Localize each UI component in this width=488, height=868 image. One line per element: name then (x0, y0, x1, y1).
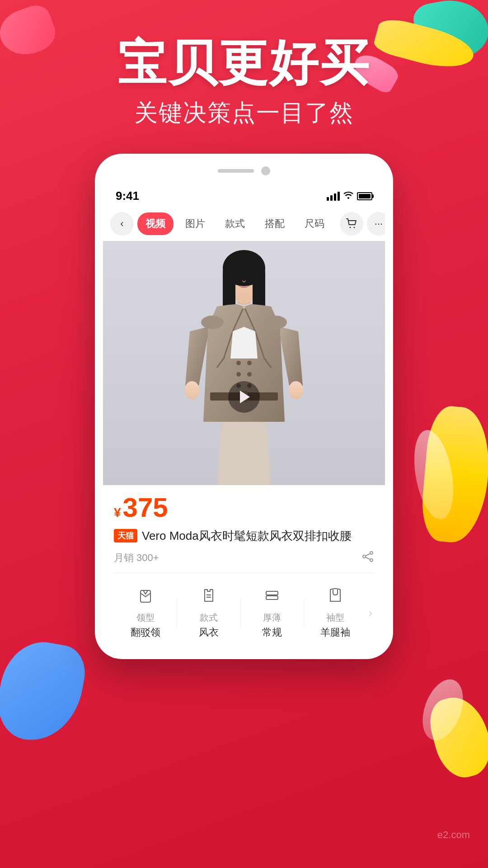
svg-point-24 (370, 552, 373, 554)
phone-screen: 9:41 (103, 182, 385, 651)
product-info: ¥ 375 天猫 Vero Moda风衣时髦短款风衣双排扣收腰 月销 300+ (103, 485, 385, 651)
tab-size[interactable]: 尺码 (296, 212, 333, 235)
style-icon (200, 587, 217, 608)
status-icons (327, 191, 372, 201)
wifi-icon (343, 191, 353, 201)
share-icon[interactable] (361, 550, 374, 566)
battery-icon (357, 192, 372, 200)
style-value: 风衣 (199, 626, 219, 639)
svg-point-11 (236, 361, 241, 365)
signal-bar-1 (327, 197, 329, 201)
notch-camera (261, 166, 270, 175)
sleeve-value: 羊腿袖 (320, 626, 350, 639)
svg-line-28 (366, 557, 370, 560)
attr-collar[interactable]: 领型 翻驳领 (114, 582, 177, 644)
attr-sleeve[interactable]: 袖型 羊腿袖 (304, 582, 367, 644)
signal-bar-3 (334, 193, 336, 201)
sales-text: 月销 300+ (114, 551, 159, 565)
play-button[interactable] (228, 381, 260, 413)
phone-mockup: 9:41 (95, 154, 393, 659)
battery-fill (359, 194, 371, 198)
price-row: ¥ 375 (114, 494, 374, 521)
notch-bar (218, 169, 254, 173)
attrs-arrow[interactable]: › (367, 607, 374, 619)
svg-point-1 (354, 227, 355, 228)
svg-point-15 (247, 372, 252, 377)
thickness-icon (263, 587, 281, 608)
sub-title: 关键决策点一目了然 (0, 97, 488, 129)
sleeve-label: 袖型 (326, 612, 344, 624)
style-label: 款式 (200, 612, 218, 624)
cart-button[interactable] (340, 212, 363, 236)
collar-icon (137, 587, 154, 608)
svg-point-9 (234, 275, 239, 279)
attr-thickness[interactable]: 厚薄 常规 (241, 582, 304, 644)
svg-point-10 (249, 275, 254, 279)
sleeve-icon (327, 587, 344, 608)
svg-point-25 (363, 555, 366, 558)
nav-tabs: ‹ 视频 图片 款式 搭配 尺码 ··· (103, 207, 385, 241)
header-section: 宝贝更好买 关键决策点一目了然 (0, 36, 488, 129)
tab-style[interactable]: 款式 (217, 212, 253, 235)
phone-outer-shell: 9:41 (95, 154, 393, 659)
collar-label: 领型 (136, 612, 155, 624)
svg-point-8 (223, 264, 265, 283)
more-button[interactable]: ··· (367, 212, 385, 236)
watermark: e2.com (437, 829, 470, 841)
svg-point-14 (247, 361, 252, 365)
signal-bar-2 (330, 195, 333, 201)
main-title: 宝贝更好买 (0, 36, 488, 90)
svg-rect-32 (266, 591, 278, 595)
status-bar: 9:41 (103, 182, 385, 207)
svg-point-26 (370, 559, 373, 561)
svg-point-23 (243, 306, 245, 309)
collar-value: 翻驳领 (131, 626, 160, 639)
play-icon (240, 391, 250, 403)
tmall-badge: 天猫 (114, 529, 137, 542)
signal-icon (327, 192, 340, 201)
tab-video[interactable]: 视频 (137, 212, 174, 235)
thickness-label: 厚薄 (263, 612, 281, 624)
svg-point-21 (201, 316, 224, 329)
svg-point-22 (264, 316, 287, 329)
model-figure (103, 241, 385, 485)
product-title: Vero Moda风衣时髦短款风衣双排扣收腰 (142, 528, 352, 544)
svg-line-27 (366, 554, 370, 556)
svg-point-12 (236, 372, 241, 377)
sales-row: 月销 300+ (114, 550, 374, 573)
price-value: 375 (123, 494, 168, 521)
tab-match[interactable]: 搭配 (257, 212, 293, 235)
phone-notch (103, 162, 385, 182)
tab-image[interactable]: 图片 (177, 212, 213, 235)
svg-rect-33 (266, 596, 278, 599)
svg-point-19 (185, 381, 199, 399)
thickness-value: 常规 (262, 626, 282, 639)
signal-bar-4 (338, 192, 340, 201)
product-title-row: 天猫 Vero Moda风衣时髦短款风衣双排扣收腰 (114, 528, 374, 544)
svg-point-0 (350, 227, 351, 228)
back-button[interactable]: ‹ (110, 212, 134, 236)
attributes-row: 领型 翻驳领 款式 风衣 (114, 582, 374, 644)
attr-style[interactable]: 款式 风衣 (177, 582, 240, 644)
status-time: 9:41 (116, 189, 139, 203)
svg-point-20 (289, 381, 303, 399)
price-symbol: ¥ (114, 505, 121, 520)
product-image (103, 241, 385, 485)
